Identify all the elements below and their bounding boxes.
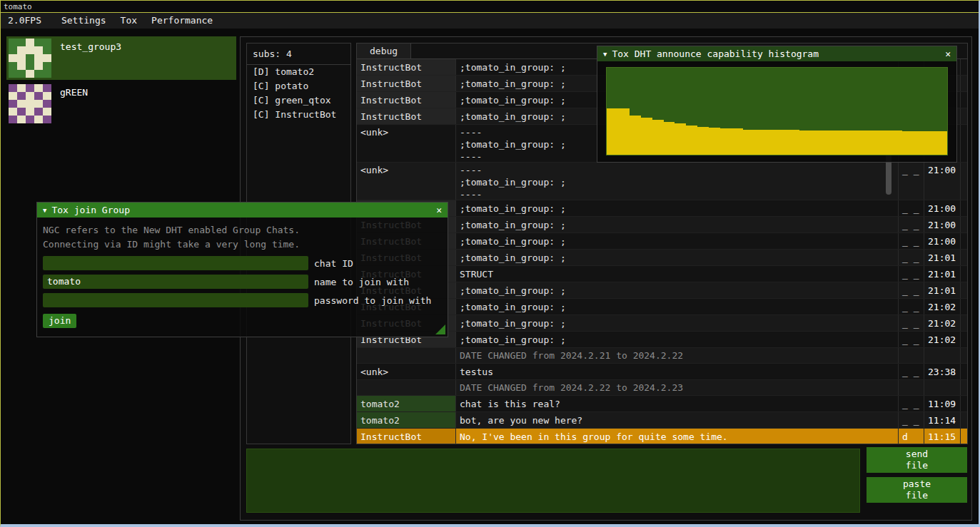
message-input[interactable] <box>246 449 860 513</box>
sender-cell: InstructBot <box>357 59 455 75</box>
avatar-pixel <box>43 84 51 92</box>
histogram-bar <box>799 131 811 155</box>
message-cell: ;tomato_in_group: ; <box>455 332 898 347</box>
avatar-pixel <box>34 70 43 78</box>
histogram-window-titlebar[interactable]: ▼ Tox DHT announce capability histogram … <box>597 46 956 61</box>
message-cell: ---- ;tomato_in_group: ; ---- <box>455 163 898 200</box>
subs-member[interactable]: [C] potato <box>247 79 350 93</box>
subs-member[interactable]: [D] tomato2 <box>247 65 350 79</box>
avatar-pixel <box>26 116 34 123</box>
chat-message-row: InstructBot;tomato_in_group: ;_ _21:01 <box>357 282 967 299</box>
chat-id-input[interactable] <box>43 256 308 270</box>
flags-cell: d <box>898 429 924 444</box>
avatar-pixel <box>26 39 34 46</box>
join-fields: chat IDtomatoname to join withpassword t… <box>43 256 442 307</box>
send-file-label-1: send <box>906 449 928 460</box>
collapse-arrow-icon[interactable]: ▼ <box>43 207 46 214</box>
titlebar[interactable]: tomato <box>1 1 979 13</box>
chat-message-row: InstructBot;tomato_in_group: ;_ _21:02 <box>357 299 967 315</box>
avatar-pixel <box>26 62 34 70</box>
timestamp-cell: 21:00 <box>924 217 961 232</box>
menu-item-tox[interactable]: Tox <box>113 13 144 29</box>
sidebar-group-gREEN[interactable]: gREEN <box>6 82 236 126</box>
avatar-pixel <box>9 100 17 108</box>
subs-list: [D] tomato2[C] potato[C] green_qtox[C] I… <box>247 65 350 122</box>
flags-cell: _ _ <box>898 250 924 265</box>
timestamp-cell <box>924 348 961 363</box>
message-cell: ;tomato_in_group: ; <box>455 250 898 265</box>
histogram-bar <box>652 120 664 155</box>
send-file-button[interactable]: send file <box>867 447 967 473</box>
avatar-pixel <box>9 92 17 100</box>
message-cell: chat is this real? <box>455 396 898 411</box>
histogram-bar <box>732 128 743 155</box>
join-desc-line2: Connecting via ID might take a very long… <box>43 237 442 252</box>
timestamp-cell: 21:01 <box>924 250 961 265</box>
histogram-bar <box>641 118 652 155</box>
name-to-join-with-input[interactable]: tomato <box>43 275 308 289</box>
avatar-pixel <box>9 54 17 62</box>
avatar-pixel <box>26 92 34 100</box>
sender-cell: InstructBot <box>357 76 455 91</box>
flags-cell <box>898 380 924 395</box>
message-cell: ;tomato_in_group: ; <box>455 217 898 232</box>
message-cell: ;tomato_in_group: ; <box>455 282 898 298</box>
subs-member[interactable]: [C] green_qtox <box>247 93 350 108</box>
avatar-pixel <box>34 92 43 100</box>
histogram-bar <box>789 130 800 155</box>
field-row-name-to-join-with: tomatoname to join with <box>43 275 442 289</box>
chat-message-row: <unk>testus_ _23:38 <box>357 364 967 380</box>
sender-cell: <unk> <box>357 125 455 162</box>
date-separator-row: DATE CHANGED from 2024.2.21 to 2024.2.22 <box>357 348 967 364</box>
join-group-window: ▼ Tox join Group ✕ NGC refers to the New… <box>36 202 448 337</box>
histogram-bar <box>754 130 766 155</box>
histogram-bar <box>902 131 914 155</box>
menu-item-settings[interactable]: Settings <box>54 13 113 29</box>
avatar-pixel <box>17 70 26 78</box>
timestamp-cell: 21:02 <box>924 332 961 347</box>
paste-file-button[interactable]: paste file <box>867 477 967 503</box>
timestamp-cell: 11:14 <box>924 412 961 428</box>
flags-cell: _ _ <box>898 163 924 200</box>
avatar-pixel <box>17 39 26 46</box>
close-icon[interactable]: ✕ <box>436 205 442 215</box>
close-icon[interactable]: ✕ <box>945 48 951 59</box>
flags-cell: _ _ <box>898 266 924 282</box>
tab-debug[interactable]: debug <box>357 44 411 58</box>
histogram-bar <box>924 131 936 155</box>
chat-message-row: InstructBot;tomato_in_group: ;_ _21:00 <box>357 233 967 250</box>
histogram-bar <box>879 131 891 155</box>
sender-cell: <unk> <box>357 364 455 379</box>
histogram-bar <box>857 131 868 155</box>
sender-cell: <unk> <box>357 163 455 200</box>
join-button[interactable]: join <box>43 314 76 328</box>
menu-item-performance[interactable]: Performance <box>144 13 220 29</box>
group-name-label: test_group3 <box>51 39 121 78</box>
join-window-titlebar[interactable]: ▼ Tox join Group ✕ <box>37 203 448 218</box>
sidebar-group-test_group3[interactable]: test_group3 <box>6 36 236 80</box>
timestamp-cell: 23:38 <box>924 364 961 379</box>
avatar-pixel <box>9 62 17 70</box>
subs-member[interactable]: [C] InstructBot <box>247 108 350 122</box>
resize-grip[interactable] <box>435 324 445 334</box>
histogram-window-title: Tox DHT announce capability histogram <box>612 48 819 59</box>
menu-item-2-0fps[interactable]: 2.0FPS <box>1 13 49 29</box>
histogram-bar <box>607 108 618 155</box>
histogram-bar <box>777 130 789 155</box>
histogram-bar <box>675 123 686 155</box>
chat-message-row: InstructBot;tomato_in_group: ;_ _21:01 <box>357 250 967 266</box>
histogram-bar <box>618 108 630 155</box>
collapse-arrow-icon[interactable]: ▼ <box>603 51 607 58</box>
avatar-pixel <box>9 70 17 78</box>
histogram-bar <box>845 131 857 155</box>
chat-message-row: tomato2chat is this real?_ _11:09 <box>357 396 967 412</box>
avatar-pixel <box>9 108 17 116</box>
histogram-bar <box>868 131 879 155</box>
chat-message-row: <unk>---- ;tomato_in_group: ; ----_ _21:… <box>357 163 967 200</box>
histogram-bar <box>811 131 822 155</box>
message-cell: DATE CHANGED from 2024.2.22 to 2024.2.23 <box>455 380 898 395</box>
flags-cell: _ _ <box>898 412 924 428</box>
timestamp-cell: 21:02 <box>924 299 961 314</box>
message-cell: bot, are you new here? <box>455 412 898 428</box>
password-to-join-with-input[interactable] <box>43 293 308 307</box>
